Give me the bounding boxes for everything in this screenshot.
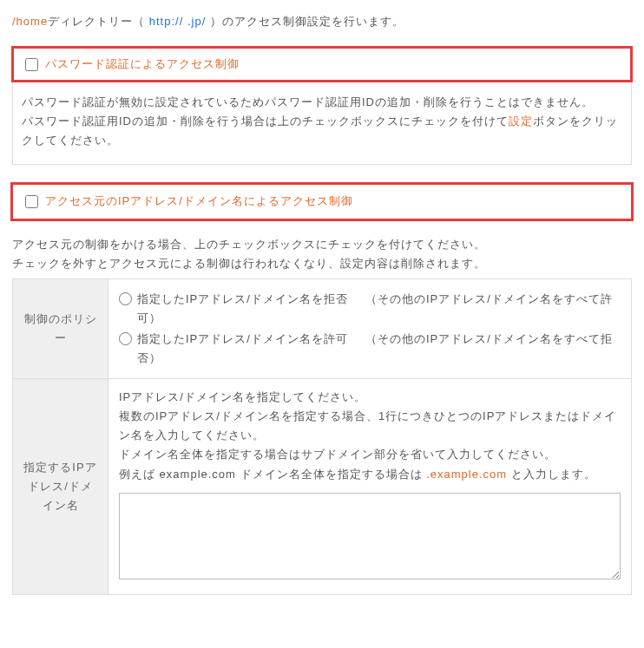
policy-cell: 指定したIPアドレス/ドメイン名を拒否（その他のIPアドレス/ドメイン名をすべて… bbox=[108, 278, 632, 378]
password-auth-checkbox[interactable] bbox=[25, 58, 38, 71]
ip-access-title: アクセス元のIPアドレス/ドメイン名によるアクセス制御 bbox=[45, 192, 353, 211]
ip-access-notes: アクセス元の制御をかける場合、上のチェックボックスにチェックを付けてください。 … bbox=[12, 235, 632, 273]
ip-help-4c: と入力します。 bbox=[507, 468, 596, 481]
policy-allow-radio[interactable] bbox=[119, 332, 132, 345]
password-auth-note-2a: パスワード認証用IDの追加・削除を行う場合は上のチェックボックスにチェックを付け… bbox=[22, 115, 509, 128]
ip-access-table: 制御のポリシー 指定したIPアドレス/ドメイン名を拒否（その他のIPアドレス/ド… bbox=[12, 278, 632, 595]
policy-label: 制御のポリシー bbox=[13, 278, 108, 378]
ip-help-4a: 例えば example.com ドメイン名全体を指定する場合は bbox=[119, 468, 426, 481]
password-auth-header: パスワード認証によるアクセス制御 bbox=[13, 48, 631, 81]
ip-help-4: 例えば example.com ドメイン名全体を指定する場合は .example… bbox=[119, 465, 621, 484]
policy-deny-radio[interactable] bbox=[119, 292, 132, 305]
home-path: /home bbox=[12, 15, 48, 28]
ip-access-header: アクセス元のIPアドレス/ドメイン名によるアクセス制御 bbox=[12, 184, 632, 219]
ip-access-note-2: チェックを外すとアクセス元による制御は行われなくなり、設定内容は削除されます。 bbox=[12, 254, 632, 273]
policy-allow-row[interactable]: 指定したIPアドレス/ドメイン名を許可（その他のIPアドレス/ドメイン名をすべて… bbox=[119, 330, 621, 368]
ip-access-checkbox[interactable] bbox=[25, 195, 38, 208]
ip-access-note-1: アクセス元の制御をかける場合、上のチェックボックスにチェックを付けてください。 bbox=[12, 235, 632, 254]
ip-list-label: 指定するIPアドレス/ドメイン名 bbox=[13, 379, 108, 595]
policy-deny-text: 指定したIPアドレス/ドメイン名を拒否（その他のIPアドレス/ドメイン名をすべて… bbox=[137, 290, 621, 328]
ip-help-example-domain: .example.com bbox=[426, 468, 507, 481]
intro-line: /homeディレクトリー（ http:// .jp/ ）のアクセス制御設定を行い… bbox=[12, 12, 632, 31]
password-auth-title: パスワード認証によるアクセス制御 bbox=[45, 55, 240, 74]
password-auth-panel: パスワード認証によるアクセス制御 パスワード認証が無効に設定されているためパスワ… bbox=[12, 47, 632, 165]
policy-deny-text-a: 指定したIPアドレス/ドメイン名を拒否 bbox=[137, 292, 348, 305]
ip-list-cell: IPアドレス/ドメイン名を指定してください。 複数のIPアドレス/ドメイン名を指… bbox=[108, 379, 632, 595]
intro-text-1: ディレクトリー（ bbox=[48, 15, 149, 28]
policy-allow-text: 指定したIPアドレス/ドメイン名を許可（その他のIPアドレス/ドメイン名をすべて… bbox=[137, 330, 621, 368]
policy-deny-row[interactable]: 指定したIPアドレス/ドメイン名を拒否（その他のIPアドレス/ドメイン名をすべて… bbox=[119, 290, 621, 328]
password-auth-body: パスワード認証が無効に設定されているためパスワード認証用IDの追加・削除を行うこ… bbox=[13, 81, 631, 164]
policy-allow-text-a: 指定したIPアドレス/ドメイン名を許可 bbox=[137, 332, 348, 345]
ip-access-panel: アクセス元のIPアドレス/ドメイン名によるアクセス制御 アクセス元の制御をかける… bbox=[12, 184, 632, 594]
password-auth-note-2: パスワード認証用IDの追加・削除を行う場合は上のチェックボックスにチェックを付け… bbox=[22, 112, 622, 150]
ip-list-textarea[interactable] bbox=[119, 493, 621, 579]
ip-help-3: ドメイン名全体を指定する場合はサブドメイン部分を省いて入力してください。 bbox=[119, 445, 621, 464]
intro-text-2: ）のアクセス制御設定を行います。 bbox=[206, 15, 404, 28]
url-host: .jp/ bbox=[183, 15, 206, 28]
url-scheme: http:// bbox=[149, 15, 184, 28]
password-auth-note-1: パスワード認証が無効に設定されているためパスワード認証用IDの追加・削除を行うこ… bbox=[22, 93, 622, 112]
ip-help-2: 複数のIPアドレス/ドメイン名を指定する場合、1行につきひとつのIPアドレスまた… bbox=[119, 407, 621, 445]
ip-help-1: IPアドレス/ドメイン名を指定してください。 bbox=[119, 388, 621, 407]
settings-link[interactable]: 設定 bbox=[509, 115, 533, 128]
